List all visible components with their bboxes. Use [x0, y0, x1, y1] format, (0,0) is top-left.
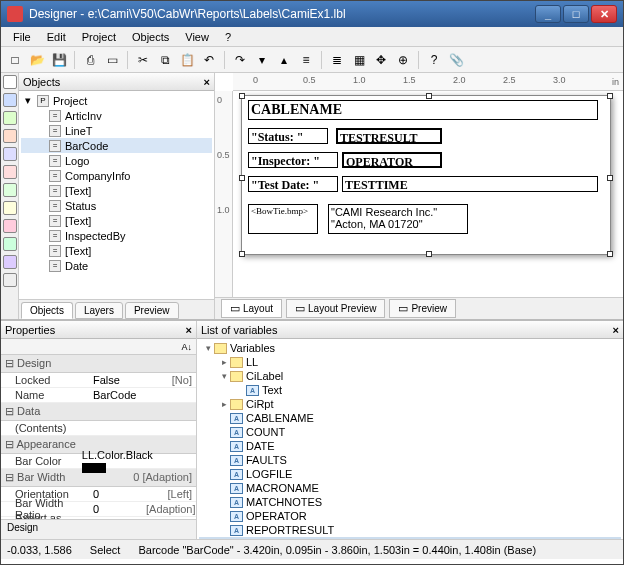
variable-item[interactable]: ACOUNT — [199, 425, 621, 439]
variable-item[interactable]: AOPERATOR — [199, 509, 621, 523]
help-icon[interactable]: ? — [424, 50, 444, 70]
field-status-label[interactable]: "Status: " — [248, 128, 328, 144]
tree-item[interactable]: =[Text] — [21, 213, 212, 228]
field-image-placeholder[interactable]: <BowTie.bmp> — [248, 204, 318, 234]
rtf-tool-icon[interactable] — [3, 273, 17, 287]
objects-panel-header: Objects × — [19, 73, 214, 91]
variables-tree[interactable]: ▾Variables▸LL▾CiLabelAText▸CiRptACABLENA… — [197, 339, 623, 539]
barcode-tool-icon[interactable] — [3, 165, 17, 179]
variable-item[interactable]: ▾CiLabel — [199, 369, 621, 383]
tree-root[interactable]: ▾PProject — [21, 93, 212, 108]
menu-view[interactable]: View — [177, 29, 217, 45]
field-cablename[interactable]: CABLENAME — [248, 100, 598, 120]
view-tab-layout-preview[interactable]: ▭Layout Preview — [286, 299, 385, 318]
menu-bar: FileEditProjectObjectsView? — [1, 27, 623, 47]
variables-close-icon[interactable]: × — [613, 324, 619, 336]
field-inspector-label[interactable]: "Inspector: " — [248, 152, 338, 168]
variable-item[interactable]: ALOGFILE — [199, 467, 621, 481]
menu-edit[interactable]: Edit — [39, 29, 74, 45]
menu-?[interactable]: ? — [217, 29, 239, 45]
grid-icon[interactable]: ▦ — [349, 50, 369, 70]
tree-item[interactable]: =ArticInv — [21, 108, 212, 123]
view-tab-layout[interactable]: ▭Layout — [221, 299, 282, 318]
minimize-button[interactable]: _ — [535, 5, 561, 23]
menu-project[interactable]: Project — [74, 29, 124, 45]
image-tool-icon[interactable] — [3, 183, 17, 197]
prop-row[interactable]: (Contents) — [1, 421, 196, 436]
tree-item[interactable]: =[Text] — [21, 183, 212, 198]
tree-item[interactable]: =Status — [21, 198, 212, 213]
page-icon[interactable]: ▭ — [102, 50, 122, 70]
redo-icon[interactable]: ↷ — [230, 50, 250, 70]
bring-front-icon[interactable]: ▴ — [274, 50, 294, 70]
objects-panel-close-icon[interactable]: × — [204, 76, 210, 88]
objects-panel-title: Objects — [23, 76, 60, 88]
tree-item[interactable]: =InspectedBy — [21, 228, 212, 243]
tree-item[interactable]: =CompanyInfo — [21, 168, 212, 183]
align-l-icon[interactable]: ≡ — [296, 50, 316, 70]
undo-icon[interactable]: ↶ — [199, 50, 219, 70]
zoom-icon[interactable]: ⊕ — [393, 50, 413, 70]
tab-layers[interactable]: Layers — [75, 302, 123, 319]
properties-close-icon[interactable]: × — [186, 324, 192, 336]
cut-icon[interactable]: ✂ — [133, 50, 153, 70]
new-icon[interactable]: □ — [5, 50, 25, 70]
prop-row[interactable]: Bar ColorLL.Color.Black — [1, 454, 196, 469]
field-company[interactable]: "CAMI Research Inc." "Acton, MA 01720" — [328, 204, 468, 234]
variable-item[interactable]: AFAULTS — [199, 453, 621, 467]
variable-item[interactable]: AText — [199, 383, 621, 397]
variable-item[interactable]: ACABLENAME — [199, 411, 621, 425]
send-back-icon[interactable]: ▾ — [252, 50, 272, 70]
open-icon[interactable]: 📂 — [27, 50, 47, 70]
tab-objects[interactable]: Objects — [21, 302, 73, 319]
tree-item[interactable]: =LineT — [21, 123, 212, 138]
prop-group[interactable]: ⊟ Design — [1, 355, 196, 373]
align-r-icon[interactable]: ≣ — [327, 50, 347, 70]
menu-objects[interactable]: Objects — [124, 29, 177, 45]
field-testdate-label[interactable]: "Test Date: " — [248, 176, 338, 192]
variable-item[interactable]: AMACRONAME — [199, 481, 621, 495]
object-tree[interactable]: ▾PProject=ArticInv=LineT=BarCode=Logo=Co… — [19, 91, 214, 299]
field-inspector-value[interactable]: OPERATOR — [342, 152, 442, 168]
label-canvas[interactable]: CABLENAME "Status: " TESTRESULT "Inspect… — [241, 95, 611, 255]
variable-item[interactable]: ▾Variables — [199, 341, 621, 355]
chart-tool-icon[interactable] — [3, 219, 17, 233]
ellipse-tool-icon[interactable] — [3, 129, 17, 143]
variable-item[interactable]: ASERIAL — [199, 537, 621, 539]
html-tool-icon[interactable] — [3, 255, 17, 269]
table-tool-icon[interactable] — [3, 201, 17, 215]
field-status-value[interactable]: TESTRESULT — [336, 128, 442, 144]
gauge-tool-icon[interactable] — [3, 237, 17, 251]
close-button[interactable]: ✕ — [591, 5, 617, 23]
snap-icon[interactable]: ✥ — [371, 50, 391, 70]
tree-item[interactable]: =Date — [21, 258, 212, 273]
tree-item[interactable]: =BarCode — [21, 138, 212, 153]
prop-row[interactable]: NameBarCode — [1, 388, 196, 403]
variable-item[interactable]: ▸LL — [199, 355, 621, 369]
attach-icon[interactable]: 📎 — [446, 50, 466, 70]
field-testdate-value[interactable]: TESTTIME — [342, 176, 598, 192]
prop-group[interactable]: ⊟ Data — [1, 403, 196, 421]
pointer-tool-icon[interactable] — [3, 75, 17, 89]
objects-panel-tabs: ObjectsLayersPreview — [19, 299, 214, 319]
prop-row[interactable]: LockedFalse[No] — [1, 373, 196, 388]
print-icon[interactable]: ⎙ — [80, 50, 100, 70]
save-icon[interactable]: 💾 — [49, 50, 69, 70]
tab-preview[interactable]: Preview — [125, 302, 179, 319]
variable-item[interactable]: ▸CiRpt — [199, 397, 621, 411]
tree-item[interactable]: =Logo — [21, 153, 212, 168]
line-tool-icon[interactable] — [3, 147, 17, 161]
tree-item[interactable]: =[Text] — [21, 243, 212, 258]
copy-icon[interactable]: ⧉ — [155, 50, 175, 70]
rect-tool-icon[interactable] — [3, 111, 17, 125]
paste-icon[interactable]: 📋 — [177, 50, 197, 70]
variable-item[interactable]: AMATCHNOTES — [199, 495, 621, 509]
maximize-button[interactable]: □ — [563, 5, 589, 23]
variable-item[interactable]: AREPORTRESULT — [199, 523, 621, 537]
menu-file[interactable]: File — [5, 29, 39, 45]
sort-az-icon[interactable]: A↓ — [181, 342, 192, 352]
properties-grid[interactable]: ⊟ DesignLockedFalse[No]NameBarCode⊟ Data… — [1, 355, 196, 519]
variable-item[interactable]: ADATE — [199, 439, 621, 453]
view-tab-preview[interactable]: ▭Preview — [389, 299, 456, 318]
text-tool-icon[interactable] — [3, 93, 17, 107]
